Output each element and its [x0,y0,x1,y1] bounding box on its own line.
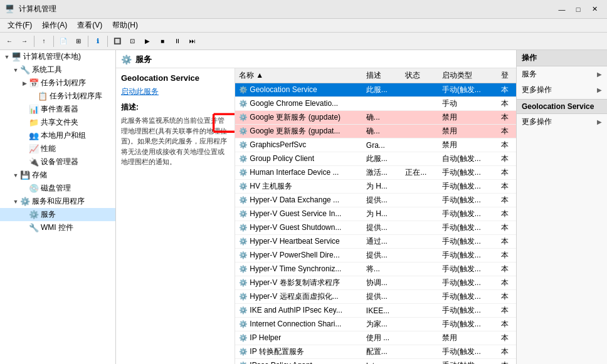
start-service-link[interactable]: 启动此服务 [121,86,159,97]
table-row[interactable]: ⚙️ HV 主机服务 为 H... 手动(触发... 本 [235,180,516,194]
tree-icon-performance: 📈 [29,144,39,154]
col-header-status[interactable]: 状态 [401,68,438,83]
col-header-login[interactable]: 登 [497,68,516,83]
toolbar-icon-view[interactable]: ⊞ [71,34,85,48]
table-row[interactable]: ⚙️ Google Chrome Elevatio... 手动 本 [235,97,516,111]
sidebar-item-performance[interactable]: 📈性能 [0,142,115,155]
cell-login: 本 [497,83,516,97]
menu-view[interactable]: 查看(V) [72,19,107,32]
toolbar-forward[interactable]: → [18,34,31,48]
cell-status [401,290,438,304]
sidebar-item-wmi[interactable]: 🔧WMI 控件 [0,221,115,234]
sidebar-item-disk-manage[interactable]: 💿磁盘管理 [0,182,115,195]
toolbar-up[interactable]: ↑ [37,34,51,48]
desc-text: 此服务将监视系统的当前位置并管理地理围栏(具有关联事件的地理位置)。如果您关闭此… [121,115,230,167]
table-row[interactable]: ⚙️ Hyper-V Guest Shutdown... 提供... 手动(触发… [235,221,516,235]
toolbar-play[interactable]: ▶ [140,34,154,48]
cell-name: ⚙️ Hyper-V Time Synchroniz... [235,263,362,276]
table-row[interactable]: ⚙️ Geolocation Service 此服... 手动(触发... 本 [235,83,516,97]
toolbar-show-hide[interactable]: 📄 [56,34,70,48]
table-row[interactable]: ⚙️ Human Interface Device ... 激活... 正在..… [235,166,516,180]
close-button[interactable]: ✕ [587,3,602,16]
cell-login: 本 [497,263,516,276]
sidebar-item-shared-folder[interactable]: 📁共享文件夹 [0,116,115,129]
cell-login: 本 [497,207,516,221]
toolbar-info[interactable]: ℹ [91,34,105,48]
col-header-desc[interactable]: 描述 [362,68,402,83]
sidebar-item-computer-manage[interactable]: ▼🖥️计算机管理(本地) [0,50,115,63]
table-row[interactable]: ⚙️ Hyper-V Heartbeat Service 通过... 手动(触发… [235,235,516,249]
service-icon: ⚙️ [239,127,248,136]
table-row[interactable]: ⚙️ Hyper-V Time Synchroniz... 将... 手动(触发… [235,263,516,276]
table-row[interactable]: ⚙️ Hyper-V Guest Service In... 为 H... 手动… [235,207,516,221]
cell-status [401,83,438,97]
service-icon: ⚙️ [239,100,248,108]
sidebar-item-task-lib[interactable]: 📋任务计划程序库 [0,90,115,103]
table-row[interactable]: ⚙️ Google 更新服务 (gupdate) 确... 禁用 本 [235,111,516,125]
table-row[interactable]: ⚙️ Group Policy Client 此服... 自动(触发... 本 [235,152,516,166]
toolbar-restart[interactable]: ⏭ [186,34,199,48]
cell-desc: 为 H... [362,207,402,221]
toolbar-back[interactable]: ← [3,34,16,48]
toolbar-pause[interactable]: ⏸ [171,34,184,48]
maximize-button[interactable]: □ [571,3,586,16]
tree-icon-shared-folder: 📁 [29,118,39,128]
col-header-name[interactable]: 名称 ▲ [235,68,362,83]
cell-name: ⚙️ Google 更新服务 (gupdate) [235,111,362,125]
sidebar-item-task-scheduler[interactable]: ▶📅任务计划程序 [0,76,115,90]
minimize-button[interactable]: — [554,3,569,16]
action-item-0-0[interactable]: 服务 ▶ [517,66,607,82]
service-table-container[interactable]: 名称 ▲ 描述 状态 启动类型 登 ⚙️ Geolocation Service… [235,68,516,364]
service-icon: ⚙️ [239,182,248,191]
cell-status [401,331,438,345]
tree-expand-computer-manage[interactable]: ▼ [3,53,11,61]
sidebar-item-device-manager[interactable]: 🔌设备管理器 [0,155,115,169]
menu-help[interactable]: 帮助(H) [107,19,143,32]
table-row[interactable]: ⚙️ Hyper-V PowerShell Dire... 提供... 手动(触… [235,249,516,263]
cell-login: 本 [497,290,516,304]
menu-file[interactable]: 文件(F) [3,19,37,32]
table-row[interactable]: ⚙️ IP Helper 使用 ... 禁用 本 [235,331,516,345]
table-row[interactable]: ⚙️ IKE and AuthIP IPsec Key... IKEE... 手… [235,304,516,318]
sidebar-item-storage[interactable]: ▼💾存储 [0,169,115,182]
tree-expand-services-apps[interactable]: ▼ [11,197,20,206]
cell-desc [362,97,402,111]
tree-label-task-scheduler: 任务计划程序 [41,78,86,88]
toolbar-properties[interactable]: ⊡ [125,34,139,48]
sidebar-item-event-viewer[interactable]: 📊事件查看器 [0,103,115,116]
action-item-1-0[interactable]: 更多操作 ▶ [517,114,607,130]
sidebar-item-local-user-group[interactable]: 👥本地用户和组 [0,129,115,142]
table-header-row: 名称 ▲ 描述 状态 启动类型 登 [235,68,516,83]
tree-expand-storage[interactable]: ▼ [11,171,20,180]
table-row[interactable]: ⚙️ IPsec Policy Agent Inter... 手动(触发... … [235,359,516,365]
tree-label-disk-manage: 磁盘管理 [41,183,71,194]
table-row[interactable]: ⚙️ Hyper-V 卷影复制请求程序 协调... 手动(触发... 本 [235,276,516,290]
col-header-starttype[interactable]: 启动类型 [438,68,497,83]
cell-status [401,194,438,207]
sidebar-item-system-tools[interactable]: ▼🔧系统工具 [0,63,115,76]
table-row[interactable]: ⚙️ Google 更新服务 (gupdat... 确... 禁用 本 [235,125,516,138]
table-row[interactable]: ⚙️ Hyper-V 远程桌面虚拟化... 提供... 手动(触发... 本 [235,290,516,304]
table-row[interactable]: ⚙️ GraphicsPerfSvc Gra... 禁用 本 [235,138,516,152]
sidebar-item-services-apps[interactable]: ▼⚙️服务和应用程序 [0,195,115,208]
table-row[interactable]: ⚙️ Hyper-V Data Exchange ... 提供... 手动(触发… [235,194,516,207]
tree-icon-disk-manage: 💿 [29,184,39,194]
cell-desc: 确... [362,111,402,125]
menu-action[interactable]: 操作(A) [37,19,72,32]
table-row[interactable]: ⚙️ IP 转换配置服务 配置... 手动(触发... 本 [235,345,516,359]
toolbar-refresh[interactable]: 🔲 [110,34,124,48]
cell-name: ⚙️ Hyper-V Guest Shutdown... [235,221,362,235]
sidebar-item-services[interactable]: ⚙️服务 [0,208,115,221]
tree-expand-system-tools[interactable]: ▼ [11,66,20,75]
cell-starttype: 手动(触发... [438,194,497,207]
action-item-0-1[interactable]: 更多操作 ▶ [517,82,607,98]
cell-desc: 提供... [362,290,402,304]
toolbar-stop[interactable]: ■ [156,34,169,48]
service-icon: ⚙️ [239,141,248,150]
panel-header-icon: ⚙️ [121,55,132,65]
tree-expand-task-scheduler[interactable]: ▶ [20,79,29,88]
table-row[interactable]: ⚙️ Internet Connection Shari... 为家... 手动… [235,318,516,331]
cell-starttype: 手动(触发... [438,290,497,304]
menu-bar: 文件(F) 操作(A) 查看(V) 帮助(H) [0,19,607,33]
cell-login: 本 [497,152,516,166]
